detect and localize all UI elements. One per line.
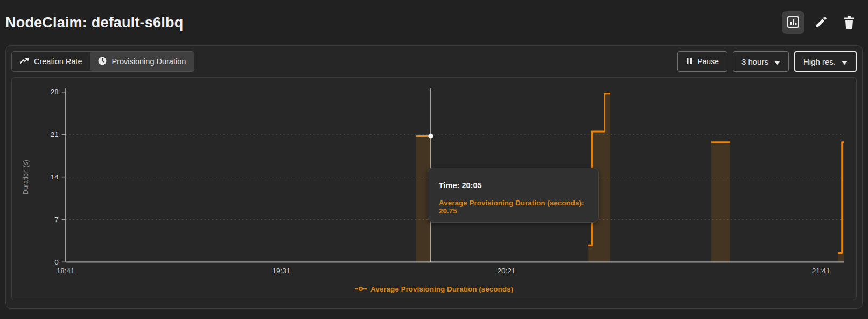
- pause-label: Pause: [697, 57, 719, 66]
- series-area: [711, 142, 730, 262]
- chart-toolbar: Creation Rate Provisioning Duration: [11, 51, 857, 72]
- legend-label: Average Provisioning Duration (seconds): [370, 285, 513, 293]
- tab-creation-rate[interactable]: Creation Rate: [12, 52, 90, 71]
- header: NodeClaim: default-s6lbq: [0, 0, 868, 45]
- page-title: NodeClaim: default-s6lbq: [5, 15, 183, 31]
- duration-chart[interactable]: 0714212818:4119:3120:2121:41Duration (s)…: [11, 77, 857, 300]
- resolution-dropdown[interactable]: High res.: [794, 51, 857, 72]
- time-range-dropdown[interactable]: 3 hours: [733, 51, 789, 72]
- y-tick-label: 7: [54, 216, 58, 224]
- y-tick-label: 14: [51, 173, 59, 181]
- legend-marker-icon: [355, 285, 367, 293]
- time-range-value: 3 hours: [741, 57, 768, 66]
- delete-button[interactable]: [838, 11, 860, 34]
- x-tick-label: 18:41: [57, 267, 75, 275]
- pause-icon: [686, 57, 692, 66]
- metrics-panel: Creation Rate Provisioning Duration: [5, 45, 863, 309]
- bar-chart-icon: [786, 15, 800, 31]
- caret-down-icon: [842, 57, 848, 66]
- pause-button[interactable]: Pause: [677, 51, 727, 72]
- chart-view-button[interactable]: [782, 11, 804, 34]
- x-tick-label: 21:41: [812, 267, 830, 275]
- y-axis-title: Duration (s): [22, 160, 30, 195]
- legend-item[interactable]: Average Provisioning Duration (seconds): [12, 285, 856, 293]
- tab-label: Creation Rate: [34, 57, 82, 66]
- clock-icon: [98, 57, 107, 67]
- trend-line-icon: [20, 57, 29, 66]
- delete-icon: [843, 16, 855, 30]
- y-tick-label: 0: [54, 258, 58, 266]
- duration-chart-svg[interactable]: 0714212818:4119:3120:2121:41Duration (s): [12, 78, 856, 300]
- x-tick-label: 19:31: [272, 267, 291, 275]
- series-area: [416, 136, 431, 262]
- edit-icon: [815, 16, 828, 30]
- x-tick-label: 20:21: [498, 267, 516, 275]
- resolution-value: High res.: [803, 57, 836, 66]
- active-dot: [429, 134, 433, 138]
- caret-down-icon: [774, 57, 780, 66]
- y-tick-label: 28: [51, 88, 59, 96]
- toolbar-right: Pause 3 hours High res.: [677, 51, 857, 72]
- y-tick-label: 21: [51, 130, 59, 138]
- tab-provisioning-duration[interactable]: Provisioning Duration: [90, 52, 194, 71]
- edit-button[interactable]: [810, 11, 832, 34]
- header-actions: [782, 11, 860, 34]
- metric-tab-group: Creation Rate Provisioning Duration: [11, 51, 194, 72]
- tab-label: Provisioning Duration: [111, 57, 186, 66]
